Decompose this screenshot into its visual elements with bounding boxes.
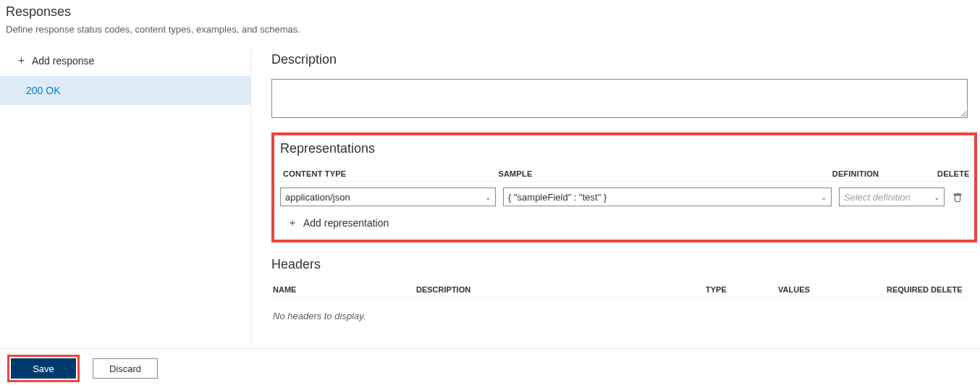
discard-button[interactable]: Discard bbox=[93, 358, 158, 379]
chevron-down-icon: ⌄ bbox=[934, 193, 939, 201]
description-section-title: Description bbox=[271, 52, 980, 67]
col-type: TYPE bbox=[706, 285, 778, 294]
footer-bar: Save Discard bbox=[0, 348, 980, 388]
col-name: NAME bbox=[271, 285, 416, 294]
page-title: Responses bbox=[0, 0, 980, 21]
representation-row: application/json ⌄ { "sampleField" : "te… bbox=[280, 187, 974, 206]
description-input[interactable] bbox=[271, 79, 968, 118]
response-item-200[interactable]: 200 OK bbox=[0, 76, 250, 105]
headers-section: Headers NAME DESCRIPTION TYPE VALUES REQ… bbox=[271, 257, 966, 321]
representations-highlight: Representations CONTENT TYPE SAMPLE DEFI… bbox=[271, 132, 977, 242]
plus-icon: ＋ bbox=[287, 216, 297, 229]
col-sample: SAMPLE bbox=[498, 169, 832, 178]
content-type-value: application/json bbox=[285, 192, 350, 203]
col-required-delete: REQUIRED DELETE bbox=[887, 285, 959, 294]
chevron-down-icon: ⌄ bbox=[821, 193, 827, 201]
definition-select[interactable]: Select definition ⌄ bbox=[839, 187, 945, 206]
delete-representation-button[interactable] bbox=[950, 190, 965, 204]
add-response-button[interactable]: ＋ Add response bbox=[0, 49, 250, 72]
headers-section-title: Headers bbox=[271, 257, 966, 272]
col-description: DESCRIPTION bbox=[416, 285, 706, 294]
col-values: VALUES bbox=[778, 285, 887, 294]
plus-icon: ＋ bbox=[16, 54, 26, 67]
page-subtitle: Define response status codes, content ty… bbox=[0, 21, 980, 45]
save-highlight: Save bbox=[7, 355, 80, 382]
representations-table-header: CONTENT TYPE SAMPLE DEFINITION DELETE bbox=[280, 169, 969, 182]
definition-placeholder: Select definition bbox=[844, 192, 911, 203]
add-response-label: Add response bbox=[32, 55, 94, 67]
sample-value: { "sampleField" : "test" } bbox=[508, 192, 607, 203]
col-content-type: CONTENT TYPE bbox=[280, 169, 498, 178]
headers-table-header: NAME DESCRIPTION TYPE VALUES REQUIRED DE… bbox=[271, 285, 966, 298]
add-representation-button[interactable]: ＋ Add representation bbox=[280, 216, 974, 229]
response-detail-panel: Description Representations CONTENT TYPE… bbox=[251, 45, 980, 342]
add-representation-label: Add representation bbox=[303, 217, 389, 229]
content-type-select[interactable]: application/json ⌄ bbox=[280, 187, 496, 206]
trash-icon bbox=[952, 192, 963, 203]
headers-empty-message: No headers to display. bbox=[271, 298, 966, 321]
col-definition: DEFINITION bbox=[832, 169, 937, 178]
save-button[interactable]: Save bbox=[11, 358, 76, 379]
sample-select[interactable]: { "sampleField" : "test" } ⌄ bbox=[503, 187, 832, 206]
chevron-down-icon: ⌄ bbox=[485, 193, 491, 201]
representations-section-title: Representations bbox=[280, 141, 974, 156]
responses-sidebar: ＋ Add response 200 OK bbox=[0, 45, 251, 342]
col-delete: DELETE bbox=[937, 169, 969, 178]
